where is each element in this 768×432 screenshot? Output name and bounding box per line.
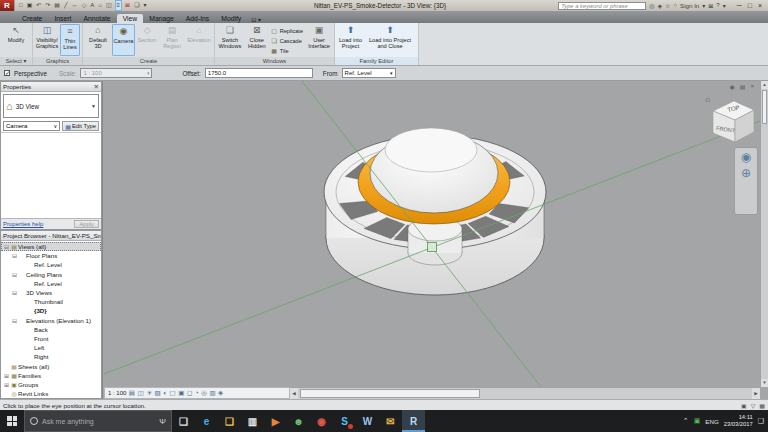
aligned-dimension-icon[interactable]: ↔ bbox=[71, 1, 79, 10]
detail-level-icon[interactable]: ▤ bbox=[129, 388, 135, 398]
switch-windows-icon[interactable]: ❏ bbox=[133, 1, 140, 10]
visibility-graphics-button[interactable]: ◫ Visibility/ Graphics bbox=[35, 24, 59, 56]
selection-toggle-icon[interactable]: ▦ bbox=[759, 402, 765, 409]
task-view-button[interactable]: ❏ bbox=[172, 410, 195, 432]
properties-filter-select[interactable]: Camera∨ bbox=[3, 121, 60, 131]
exchange-apps-icon[interactable]: ⊠ bbox=[708, 2, 713, 9]
default-3d-button[interactable]: ⌂ Default 3D bbox=[85, 24, 111, 56]
thin-lines-icon[interactable]: ≡ bbox=[115, 0, 123, 11]
select-panel-label[interactable]: Select ▾ bbox=[0, 57, 32, 65]
scroll-right-icon[interactable]: ▶ bbox=[752, 388, 760, 399]
viewcube-menu-icon[interactable]: ▤ bbox=[740, 83, 746, 90]
tab-modify[interactable]: Modify bbox=[215, 14, 247, 24]
scroll-left-icon[interactable]: ◀ bbox=[290, 388, 298, 399]
steering-wheel-icon[interactable]: ◉ bbox=[741, 151, 751, 164]
type-selector[interactable]: ⌂ 3D View ▼ bbox=[3, 94, 99, 118]
displacement-icon[interactable]: ◈ bbox=[218, 388, 223, 398]
infocenter-search-input[interactable]: Type a keyword or phrase bbox=[558, 2, 646, 10]
tree-3d-views[interactable]: ⊟ 3D Views bbox=[1, 288, 101, 297]
close-hidden-button[interactable]: ⊠ Close Hidden bbox=[244, 24, 270, 56]
visual-style-icon[interactable]: ◫ bbox=[138, 388, 144, 398]
tree-thumbnail[interactable]: Thumbnail bbox=[1, 297, 101, 306]
vertical-scroll-thumb[interactable] bbox=[762, 90, 767, 124]
tree-ceiling-plans[interactable]: ⊟ Ceiling Plans bbox=[1, 270, 101, 279]
tab-manage[interactable]: Manage bbox=[143, 14, 180, 24]
reveal-hidden-icon[interactable]: ◎ bbox=[201, 388, 207, 398]
measure-icon[interactable]: ╱ bbox=[63, 1, 69, 10]
signin-menu-icon[interactable]: ▾ bbox=[702, 2, 705, 9]
close-button[interactable]: × bbox=[758, 2, 762, 9]
start-button[interactable] bbox=[0, 410, 24, 432]
tree-back[interactable]: Back bbox=[1, 325, 101, 334]
language-indicator[interactable]: ENG bbox=[705, 418, 718, 425]
clock[interactable]: 14:11 23/03/2017 bbox=[724, 414, 753, 427]
cortana-search[interactable]: Ask me anything Ψ bbox=[24, 410, 172, 432]
tag-icon[interactable]: ◇ bbox=[81, 1, 88, 10]
favorites-icon[interactable]: ☆ bbox=[665, 2, 670, 9]
tree-views-all[interactable]: ⊟ ▤ Views (all) bbox=[1, 242, 101, 251]
customize-qat-icon[interactable]: ▾ bbox=[143, 1, 148, 10]
help-icon[interactable]: ? bbox=[716, 2, 719, 9]
default-3d-view-icon[interactable]: ⌂ bbox=[97, 1, 103, 10]
chrome-button[interactable]: ◉ bbox=[310, 410, 333, 432]
properties-help-link[interactable]: Properties help bbox=[3, 221, 43, 227]
explorer-button[interactable]: ❏ bbox=[218, 410, 241, 432]
filter-icon[interactable]: ▽ bbox=[751, 402, 756, 409]
edge-button[interactable]: e bbox=[195, 410, 218, 432]
horizontal-scrollbar[interactable]: ◀ ▶ bbox=[290, 387, 760, 399]
rendering-dialog-icon[interactable]: ◐ bbox=[163, 388, 167, 398]
revit-button[interactable]: R bbox=[402, 410, 425, 432]
load-into-project-button[interactable]: ⬆ Load into Project bbox=[337, 24, 364, 56]
zoom-icon[interactable]: ⊕ bbox=[741, 167, 751, 180]
apply-button[interactable]: Apply bbox=[74, 220, 99, 228]
hide-isolate-icon[interactable]: ◔ bbox=[195, 388, 199, 398]
help-menu-icon[interactable]: ▾ bbox=[723, 2, 726, 9]
replicate-button[interactable]: ▢ Replicate bbox=[271, 26, 305, 35]
horizontal-scroll-thumb[interactable] bbox=[300, 389, 480, 398]
scroll-down-icon[interactable]: ▼ bbox=[761, 379, 768, 387]
print-icon[interactable]: ▤ bbox=[53, 1, 61, 10]
tree-right[interactable]: Right bbox=[1, 352, 101, 361]
maximize-button[interactable]: □ bbox=[748, 2, 752, 9]
tree-front[interactable]: Front bbox=[1, 334, 101, 343]
notification-center-icon[interactable]: ❑ bbox=[758, 417, 764, 425]
offset-input[interactable]: 1750.0 bbox=[205, 68, 313, 78]
crop-view-icon[interactable]: ▢ bbox=[170, 388, 176, 398]
tree-floor-plans[interactable]: ⊟ Floor Plans bbox=[1, 251, 101, 260]
tab-create[interactable]: Create bbox=[16, 14, 48, 24]
edit-type-button[interactable]: ▦ Edit Type bbox=[62, 121, 99, 131]
microphone-icon[interactable]: Ψ bbox=[159, 417, 166, 426]
switch-windows-button[interactable]: ❏ Switch Windows bbox=[217, 24, 243, 56]
undo-icon[interactable]: ↶ bbox=[35, 1, 42, 10]
tab-insert[interactable]: Insert bbox=[48, 14, 77, 24]
cascade-button[interactable]: ❏ Cascade bbox=[271, 36, 305, 45]
view-scale[interactable]: 1 : 100 bbox=[108, 390, 126, 396]
user-interface-button[interactable]: ▣ User Interface bbox=[306, 24, 332, 56]
design-options-icon[interactable]: ▣ bbox=[741, 402, 747, 409]
revit-app-menu[interactable]: R bbox=[0, 0, 15, 11]
tray-app-icon[interactable]: ▣ bbox=[694, 417, 701, 425]
ribbon-state-toggle[interactable]: ⊡ ▾ bbox=[251, 16, 261, 23]
store-button[interactable]: ▥ bbox=[241, 410, 264, 432]
tree-left[interactable]: Left bbox=[1, 343, 101, 352]
tab-annotate[interactable]: Annotate bbox=[77, 14, 116, 24]
tile-button[interactable]: ▦ Tile bbox=[271, 46, 305, 55]
redo-icon[interactable]: ↷ bbox=[44, 1, 51, 10]
view-properties-icon[interactable]: ▥ bbox=[209, 388, 215, 398]
shadows-icon[interactable]: ▨ bbox=[155, 388, 161, 398]
people-button[interactable]: ☻ bbox=[287, 410, 310, 432]
modify-button[interactable]: ↖ Modify bbox=[3, 24, 30, 56]
type-selector-dropdown-icon[interactable]: ▼ bbox=[91, 103, 96, 109]
tab-view[interactable]: View bbox=[117, 14, 144, 24]
thin-lines-button[interactable]: ≡ Thin Lines bbox=[60, 24, 80, 56]
search-go-icon[interactable]: ◎ bbox=[649, 2, 654, 9]
close-hidden-windows-icon[interactable]: ⊠ bbox=[124, 1, 131, 10]
tree-sheets[interactable]: ▤ Sheets (all) bbox=[1, 361, 101, 370]
viewcube[interactable]: TOP FRONT bbox=[704, 93, 760, 147]
scroll-up-icon[interactable]: ▲ bbox=[761, 81, 768, 89]
minimize-button[interactable]: ─ bbox=[737, 2, 742, 9]
show-crop-icon[interactable]: ▣ bbox=[178, 388, 184, 398]
sign-in-button[interactable]: Sign In bbox=[680, 2, 699, 9]
viewcube-wheel-icon[interactable]: ◉ bbox=[730, 83, 735, 90]
perspective-checkbox[interactable]: ✓ bbox=[4, 70, 10, 76]
